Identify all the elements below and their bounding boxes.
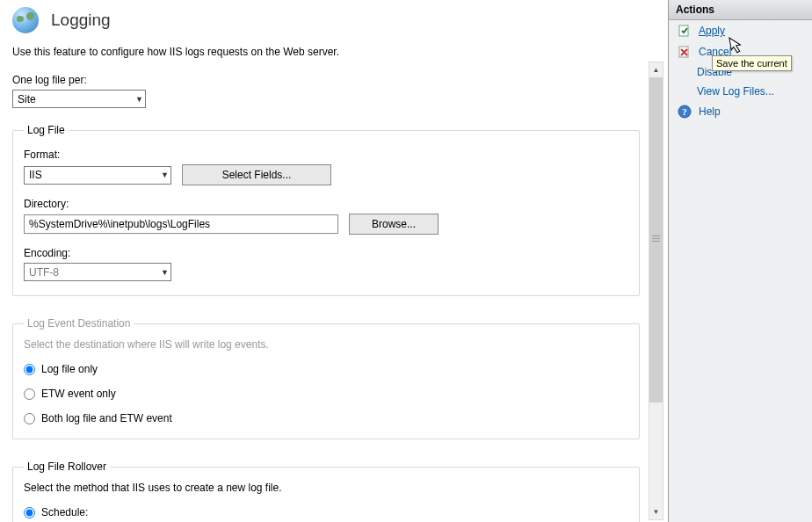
radio-both[interactable]: Both log file and ETW event	[24, 412, 628, 424]
page-header: Logging	[12, 7, 640, 33]
encoding-select[interactable]: UTF-8 ▼	[24, 263, 171, 281]
scroll-down-button[interactable]: ▼	[649, 504, 663, 519]
radio-input[interactable]	[24, 507, 35, 518]
log-event-dest-legend: Log Event Destination	[24, 317, 134, 330]
svg-text:?: ?	[682, 106, 687, 117]
rollover-desc: Select the method that IIS uses to creat…	[24, 482, 628, 494]
page-description: Use this feature to configure how IIS lo…	[12, 46, 640, 58]
chevron-down-icon: ▼	[161, 170, 169, 179]
rollover-legend: Log File Rollover	[24, 460, 110, 473]
one-log-file-value: Site	[18, 93, 36, 105]
radio-log-file-only[interactable]: Log file only	[24, 363, 628, 375]
scroll-up-button[interactable]: ▲	[649, 62, 663, 77]
radio-input[interactable]	[24, 364, 35, 375]
log-event-dest-group: Log Event Destination Select the destina…	[12, 317, 640, 439]
directory-label: Directory:	[24, 198, 628, 210]
format-label: Format:	[24, 149, 628, 161]
format-value: IIS	[29, 169, 42, 181]
one-log-file-label: One log file per:	[12, 74, 640, 86]
actions-title: Actions	[669, 0, 812, 20]
browse-button[interactable]: Browse...	[349, 214, 439, 235]
help-action[interactable]: ? Help	[669, 101, 812, 122]
one-log-file-select[interactable]: Site ▼	[12, 90, 146, 108]
encoding-value: UTF-8	[29, 266, 59, 279]
radio-input[interactable]	[24, 413, 35, 424]
tooltip: Save the current	[712, 55, 792, 71]
scroll-track[interactable]	[649, 77, 663, 504]
chevron-down-icon: ▼	[161, 268, 169, 277]
log-file-group: Log File Format: IIS ▼ Select Fields... …	[12, 124, 640, 296]
log-event-dest-desc: Select the destination where IIS will wr…	[24, 338, 628, 351]
log-file-legend: Log File	[24, 124, 69, 136]
format-select[interactable]: IIS ▼	[24, 166, 171, 185]
radio-etw-only[interactable]: ETW event only	[24, 388, 628, 400]
rollover-group: Log File Rollover Select the method that…	[12, 460, 640, 522]
view-logs-action[interactable]: View Log Files...	[669, 82, 812, 101]
help-icon: ?	[678, 105, 692, 119]
main-panel: Logging Use this feature to configure ho…	[0, 0, 668, 522]
radio-schedule[interactable]: Schedule:	[24, 506, 628, 518]
scroll-grip-icon	[652, 236, 660, 243]
content-area: Logging Use this feature to configure ho…	[0, 0, 649, 522]
vertical-scrollbar[interactable]: ▲ ▼	[649, 62, 663, 520]
scroll-thumb[interactable]	[649, 77, 663, 402]
globe-icon	[12, 7, 39, 33]
apply-icon	[678, 24, 692, 38]
chevron-down-icon: ▼	[135, 95, 143, 104]
cancel-icon	[678, 45, 692, 59]
encoding-label: Encoding:	[24, 247, 628, 259]
actions-pane: Actions Apply Cancel Disable View Log Fi…	[668, 0, 812, 522]
radio-input[interactable]	[24, 388, 35, 400]
select-fields-button[interactable]: Select Fields...	[182, 164, 331, 185]
directory-input[interactable]	[24, 214, 338, 234]
apply-action[interactable]: Apply	[669, 20, 812, 41]
page-title: Logging	[51, 11, 111, 30]
svg-rect-0	[679, 25, 688, 36]
